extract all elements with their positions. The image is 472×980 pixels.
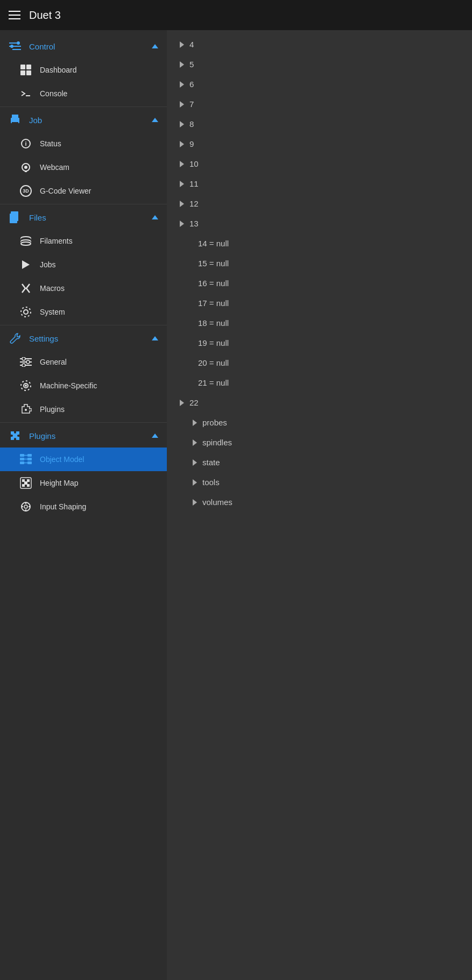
webcam-icon bbox=[19, 161, 32, 174]
tree-item-9-label: 9 bbox=[189, 139, 194, 148]
sidebar-section-job[interactable]: Job bbox=[0, 108, 167, 132]
sidebar-item-jobs[interactable]: Jobs bbox=[0, 253, 167, 276]
system-icon bbox=[19, 306, 32, 318]
jobs-icon bbox=[19, 258, 32, 271]
tree-item-14[interactable]: 14 = null bbox=[167, 233, 472, 253]
status-label: Status bbox=[40, 139, 61, 148]
tree-arrow-volumes bbox=[193, 499, 197, 506]
sidebar-item-system[interactable]: System bbox=[0, 300, 167, 324]
plugins-section-label: Plugins bbox=[29, 431, 55, 441]
svg-rect-20 bbox=[10, 214, 17, 223]
tree-item-5[interactable]: 5 bbox=[167, 54, 472, 74]
tree-item-16[interactable]: 16 = null bbox=[167, 273, 472, 293]
puzzle-icon bbox=[9, 429, 22, 442]
svg-rect-7 bbox=[20, 65, 25, 69]
tree-item-volumes-label: volumes bbox=[202, 498, 233, 507]
svg-point-26 bbox=[24, 310, 28, 314]
sidebar-section-settings[interactable]: Settings bbox=[0, 326, 167, 350]
sidebar-item-machine-specific[interactable]: Machine-Specific bbox=[0, 374, 167, 397]
svg-rect-15 bbox=[12, 122, 18, 125]
sidebar-item-input-shaping[interactable]: Input Shaping bbox=[0, 495, 167, 519]
tree-arrow-13 bbox=[180, 221, 184, 227]
tree-item-13-label: 13 bbox=[189, 219, 199, 228]
svg-rect-9 bbox=[20, 70, 25, 75]
tree-arrow-6 bbox=[180, 81, 184, 88]
tree-arrow-11 bbox=[180, 181, 184, 187]
tree-item-10[interactable]: 10 bbox=[167, 154, 472, 174]
tree-item-state[interactable]: state bbox=[167, 452, 472, 472]
sidebar-section-control[interactable]: Control bbox=[0, 34, 167, 58]
console-label: Console bbox=[40, 89, 67, 98]
plugins-settings-label: Plugins bbox=[40, 405, 65, 414]
sliders-icon bbox=[9, 40, 22, 53]
machine-specific-label: Machine-Specific bbox=[40, 381, 97, 390]
settings-chevron-icon bbox=[152, 336, 158, 340]
tree-item-tools[interactable]: tools bbox=[167, 472, 472, 492]
sidebar-item-console[interactable]: Console bbox=[0, 82, 167, 105]
svg-point-54 bbox=[24, 505, 27, 508]
sidebar: Control Dashboard Cons bbox=[0, 30, 167, 980]
macros-icon bbox=[19, 282, 32, 295]
tree-item-spindles-label: spindles bbox=[202, 438, 232, 447]
tree-item-11-label: 11 bbox=[189, 179, 199, 188]
sidebar-item-status[interactable]: i Status bbox=[0, 132, 167, 155]
tree-item-18[interactable]: 18 = null bbox=[167, 313, 472, 333]
sidebar-item-filaments[interactable]: Filaments bbox=[0, 229, 167, 253]
tree-item-17-label: 17 = null bbox=[198, 299, 229, 308]
sidebar-item-plugins-settings[interactable]: Plugins bbox=[0, 397, 167, 421]
tree-arrow-8 bbox=[180, 121, 184, 127]
tree-item-12[interactable]: 12 bbox=[167, 194, 472, 214]
sidebar-item-macros[interactable]: Macros bbox=[0, 276, 167, 300]
svg-rect-13 bbox=[12, 115, 18, 118]
gcode-viewer-label: G-Code Viewer bbox=[40, 187, 91, 195]
tree-item-20[interactable]: 20 = null bbox=[167, 353, 472, 373]
tree-item-10-label: 10 bbox=[189, 159, 199, 168]
tree-item-volumes[interactable]: volumes bbox=[167, 492, 472, 512]
tree-item-21[interactable]: 21 = null bbox=[167, 373, 472, 393]
main-layout: Control Dashboard Cons bbox=[0, 30, 472, 980]
tree-arrow-spindles bbox=[193, 439, 197, 446]
tree-item-19-label: 19 = null bbox=[198, 338, 229, 347]
sidebar-section-files[interactable]: Files bbox=[0, 205, 167, 229]
sidebar-item-dashboard[interactable]: Dashboard bbox=[0, 58, 167, 82]
tree-item-19[interactable]: 19 = null bbox=[167, 333, 472, 353]
svg-point-6 bbox=[10, 45, 13, 48]
tree-item-6[interactable]: 6 bbox=[167, 74, 472, 94]
tree-item-probes[interactable]: probes bbox=[167, 413, 472, 432]
menu-button[interactable] bbox=[9, 11, 20, 19]
sidebar-item-webcam[interactable]: Webcam bbox=[0, 155, 167, 179]
webcam-label: Webcam bbox=[40, 163, 69, 172]
svg-rect-45 bbox=[27, 458, 32, 460]
tree-item-8[interactable]: 8 bbox=[167, 114, 472, 134]
tree-item-4[interactable]: 4 bbox=[167, 34, 472, 54]
svg-rect-2 bbox=[12, 49, 21, 50]
tree-item-4-label: 4 bbox=[189, 40, 194, 49]
object-model-label: Object Model bbox=[40, 455, 84, 464]
job-section-label: Job bbox=[29, 116, 42, 125]
tree-arrow-tools bbox=[193, 479, 197, 486]
svg-point-17 bbox=[24, 166, 27, 169]
sidebar-section-plugins[interactable]: Plugins bbox=[0, 424, 167, 448]
tree-arrow-10 bbox=[180, 161, 184, 167]
tree-item-9[interactable]: 9 bbox=[167, 134, 472, 154]
tree-item-7[interactable]: 7 bbox=[167, 94, 472, 114]
control-section-label: Control bbox=[29, 42, 55, 51]
sidebar-item-height-map[interactable]: Height Map bbox=[0, 471, 167, 495]
jobs-label: Jobs bbox=[40, 260, 56, 269]
tree-item-11[interactable]: 11 bbox=[167, 174, 472, 194]
sidebar-item-general[interactable]: General bbox=[0, 350, 167, 374]
tree-item-22[interactable]: 22 bbox=[167, 393, 472, 413]
tree-item-16-label: 16 = null bbox=[198, 279, 229, 288]
tree-item-13[interactable]: 13 bbox=[167, 214, 472, 233]
tree-item-spindles[interactable]: spindles bbox=[167, 432, 472, 452]
tree-arrow-probes bbox=[193, 420, 197, 426]
tree-item-17[interactable]: 17 = null bbox=[167, 293, 472, 313]
sidebar-item-gcode-viewer[interactable]: 3D G-Code Viewer bbox=[0, 179, 167, 203]
tree-item-15[interactable]: 15 = null bbox=[167, 253, 472, 273]
plugins-chevron-icon bbox=[152, 434, 158, 438]
sidebar-item-object-model[interactable]: Object Model bbox=[0, 448, 167, 471]
tree-item-6-label: 6 bbox=[189, 80, 194, 89]
object-model-icon bbox=[19, 453, 32, 466]
svg-rect-8 bbox=[26, 65, 31, 69]
tree-item-7-label: 7 bbox=[189, 100, 194, 109]
